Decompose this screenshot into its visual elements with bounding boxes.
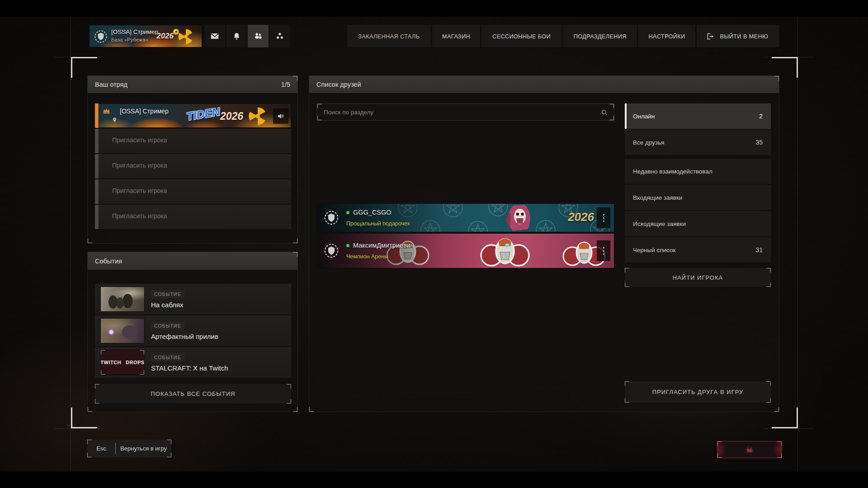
frame-corner — [772, 57, 798, 78]
voice-button[interactable] — [273, 108, 288, 124]
friend-status: Чемпион Арены — [346, 253, 388, 260]
event-row[interactable]: TWITCH DROPS СОБЫТИЕ STALCRAFT: X на Twi… — [95, 347, 291, 378]
search-icon — [600, 108, 609, 117]
event-info: СОБЫТИЕ Артефактный прилив — [151, 321, 218, 341]
group-icon — [275, 31, 285, 41]
group-button[interactable] — [269, 25, 290, 47]
frame-line-left — [71, 17, 71, 471]
mail-button[interactable] — [204, 25, 225, 47]
leader-accent-bar — [95, 103, 99, 128]
invite-player-slot[interactable]: Пригласить игрока — [95, 154, 291, 178]
speaker-icon — [277, 112, 285, 120]
player-location: База «Рубежа» — [111, 37, 148, 42]
leader-name: [OSSA] Стример — [120, 108, 169, 115]
friend-menu-button[interactable] — [597, 207, 610, 228]
skull-icon: ☠ — [745, 446, 753, 454]
player-banner[interactable]: [OSSA] Стример База «Рубежа» ★ 2026 — [89, 25, 202, 47]
friends-panel-title: Список друзей — [316, 81, 361, 88]
event-info: СОБЫТИЕ STALCRAFT: X на Twitch — [151, 353, 228, 372]
frame-line-right — [797, 17, 798, 471]
leader-banner: [OSSA] Стример TIDEN 2026 — [99, 103, 291, 128]
invite-player-label: Пригласить игрока — [112, 162, 167, 169]
faction-emblem-icon — [323, 242, 340, 259]
bell-icon — [232, 32, 241, 41]
slot-bar — [95, 179, 99, 204]
tab-incoming-requests[interactable]: Входящие заявки — [625, 185, 771, 210]
player-name: [OSSA] Стример — [111, 28, 158, 35]
tab-online[interactable]: Онлайн 2 — [625, 103, 771, 129]
danger-action-button[interactable]: ☠ — [717, 441, 782, 458]
friend-banner-year: 2026 — [568, 210, 594, 224]
event-row[interactable]: СОБЫТИЕ На саблях — [95, 284, 291, 314]
event-title: На саблях — [151, 301, 183, 309]
event-thumbnail — [100, 286, 145, 312]
events-panel-title: События — [95, 258, 122, 265]
invite-player-label: Пригласить игрока — [112, 136, 167, 144]
friends-panel: Список друзей — [309, 75, 779, 412]
main-nav: ЗАКАЛЕННАЯ СТАЛЬ МАГАЗИН СЕССИОННЫЕ БОИ … — [347, 25, 779, 47]
nav-session-battles[interactable]: СЕССИОННЫЕ БОИ — [481, 25, 561, 47]
return-to-game-button[interactable]: Esc Вернуться в игру — [87, 440, 171, 457]
friend-row[interactable]: 2026 GGG_CSGO Прощальный подарочек — [317, 203, 614, 232]
faction-emblem-icon — [93, 29, 108, 44]
invite-player-slot[interactable]: Пригласить игрока — [95, 129, 291, 153]
nav-settings[interactable]: НАСТРОЙКИ — [638, 25, 695, 47]
friends-search — [317, 103, 614, 121]
event-title: Артефактный прилив — [151, 333, 218, 340]
event-info: СОБЫТИЕ На саблях — [151, 290, 184, 309]
crown-icon — [103, 108, 110, 114]
event-badge: СОБЫТИЕ — [151, 322, 184, 330]
friends-icon — [253, 31, 264, 41]
letterbox-top — [0, 0, 868, 17]
friends-sidebar: Онлайн 2 Все друзья 35 Недавно взаимодей… — [625, 76, 771, 413]
online-indicator — [346, 244, 349, 247]
frame-line — [54, 428, 104, 429]
nav-shop[interactable]: МАГАЗИН — [432, 25, 480, 47]
mail-icon — [210, 31, 220, 41]
friend-status: Прощальный подарочек — [346, 221, 410, 227]
squad-leader-row[interactable]: [OSSA] Стример TIDEN 2026 — [95, 103, 291, 128]
tiden-logo: TIDEN — [185, 105, 221, 123]
slot-bar — [95, 129, 99, 153]
tab-outgoing-requests[interactable]: Исходящие заявки — [625, 211, 771, 236]
banner-year: 2026 — [156, 32, 174, 41]
friend-name: МаксимДмитриевич — [353, 242, 414, 249]
friends-button[interactable] — [248, 25, 269, 47]
letterbox-bottom — [0, 472, 868, 488]
invite-friend-to-game-button[interactable]: ПРИГЛАСИТЬ ДРУГА В ИГРУ — [625, 381, 771, 403]
invite-player-slot[interactable]: Пригласить игрока — [95, 205, 291, 229]
radiation-icon — [246, 105, 269, 127]
online-indicator — [346, 211, 349, 214]
exit-icon — [706, 32, 714, 41]
tab-blacklist[interactable]: Черный список 31 — [625, 237, 771, 263]
friend-name: GGG_CSGO — [353, 209, 392, 216]
radiation-icon — [176, 27, 195, 46]
tab-recently-interacted[interactable]: Недавно взаимодействовал — [625, 159, 771, 184]
search-input[interactable] — [317, 104, 614, 120]
leader-banner-year: 2026 — [220, 110, 243, 122]
event-badge: СОБЫТИЕ — [151, 353, 184, 361]
friend-row[interactable]: МаксимДмитриевич Чемпион Арены — [317, 233, 614, 268]
nav-exit-to-menu[interactable]: ВЫЙТИ В МЕНЮ — [697, 25, 779, 47]
faction-emblem-icon — [323, 209, 340, 226]
notifications-button[interactable] — [226, 25, 247, 47]
find-player-button[interactable]: НАЙТИ ИГРОКА — [625, 268, 771, 287]
friend-menu-button[interactable] — [597, 240, 610, 261]
nav-tempered-steel[interactable]: ЗАКАЛЕННАЯ СТАЛЬ — [347, 25, 431, 47]
tab-all-friends[interactable]: Все друзья 35 — [625, 130, 771, 155]
show-all-events-button[interactable]: ПОКАЗАТЬ ВСЕ СОБЫТИЯ — [95, 384, 291, 404]
event-badge: СОБЫТИЕ — [151, 290, 184, 298]
invite-player-label: Пригласить игрока — [112, 212, 167, 220]
slot-bar — [95, 205, 99, 229]
squad-count: 1/5 — [281, 81, 290, 88]
squad-panel: Ваш отряд 1/5 [OSSA] Стример TIDEN 2026 — [87, 75, 298, 244]
twitch-drops-text: DROPS — [126, 360, 145, 365]
events-panel: События СОБЫТИЕ На саблях СОБЫТИЕ Артефа… — [87, 252, 298, 412]
banner-shade — [317, 234, 614, 268]
game-screen: [OSSA] Стример База «Рубежа» ★ 2026 — [0, 0, 868, 488]
nav-subdivisions[interactable]: ПОДРАЗДЕЛЕНИЯ — [563, 25, 637, 47]
invite-player-slot[interactable]: Пригласить игрока — [95, 179, 291, 204]
event-row[interactable]: СОБЫТИЕ Артефактный прилив — [95, 315, 291, 346]
events-panel-header: События — [88, 252, 297, 270]
frame-corner — [71, 57, 97, 78]
